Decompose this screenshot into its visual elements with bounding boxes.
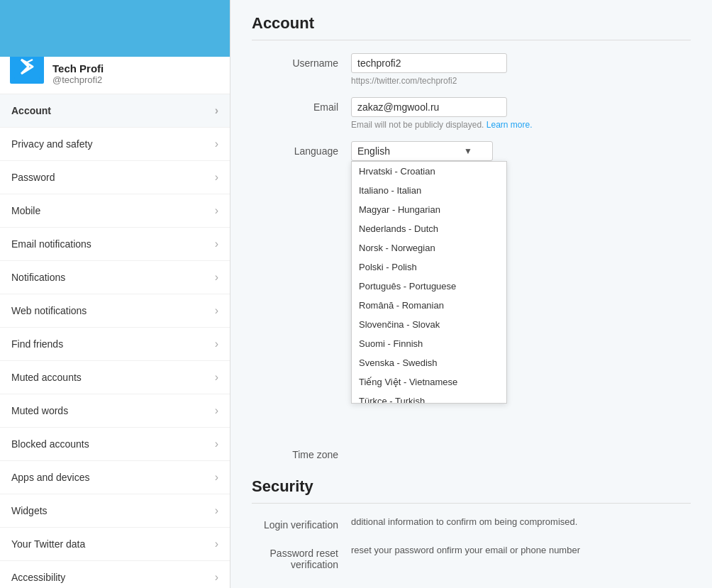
sidebar-item-muted-words[interactable]: Muted words ›: [0, 394, 230, 428]
sidebar-item-privacy[interactable]: Privacy and safety ›: [0, 128, 230, 161]
language-dropdown-list: Hrvatski - Croatian Italiano - Italian M…: [352, 162, 506, 403]
sidebar-item-label: Notifications: [11, 272, 65, 283]
chevron-right-icon: ›: [215, 171, 218, 184]
account-section: Account Username https://twitter.com/tec…: [252, 14, 691, 460]
sidebar-item-muted-accounts[interactable]: Muted accounts ›: [0, 361, 230, 394]
dropdown-item-portuguese[interactable]: Português - Portuguese: [352, 277, 506, 296]
email-input[interactable]: [351, 97, 507, 117]
sidebar-item-label: Account: [11, 105, 51, 116]
chevron-right-icon: ›: [215, 404, 218, 417]
sidebar-item-label: Password: [11, 172, 55, 183]
language-label: Language: [252, 141, 351, 157]
sidebar-item-label: Apps and devices: [11, 472, 90, 483]
select-arrow-icon: ▼: [464, 146, 472, 156]
security-section: Security Login verification dditional in…: [252, 477, 691, 570]
sidebar-item-label: Blocked accounts: [11, 438, 89, 450]
timezone-row: Time zone: [252, 445, 691, 460]
sidebar-item-email-notifications[interactable]: Email notifications ›: [0, 228, 230, 261]
email-hint: Email will not be publicly displayed. Le…: [351, 120, 691, 130]
sidebar-item-account[interactable]: Account ›: [0, 94, 230, 128]
nav-list: Account › Privacy and safety › Password …: [0, 94, 230, 588]
sidebar-item-label: Your Twitter data: [11, 538, 85, 550]
login-verification-row: Login verification dditional information…: [252, 516, 691, 531]
security-title: Security: [252, 477, 691, 504]
dropdown-item-croatian[interactable]: Hrvatski - Croatian: [352, 162, 506, 181]
dropdown-item-swedish[interactable]: Svenska - Swedish: [352, 353, 506, 372]
sidebar-item-password[interactable]: Password ›: [0, 161, 230, 194]
sidebar-item-widgets[interactable]: Widgets ›: [0, 494, 230, 528]
language-select[interactable]: English ▼: [351, 141, 493, 161]
chevron-right-icon: ›: [215, 438, 218, 450]
chevron-right-icon: ›: [215, 104, 218, 117]
chevron-right-icon: ›: [215, 538, 218, 550]
username-input[interactable]: [351, 53, 507, 73]
email-learn-more-link[interactable]: Learn more.: [486, 120, 533, 130]
dropdown-item-vietnamese[interactable]: Tiếng Việt - Vietnamese: [352, 372, 506, 392]
sidebar-item-label: Muted words: [11, 405, 68, 416]
language-row: Language → English ▼ Hrvatski - Croatian: [252, 141, 691, 161]
sidebar-item-label: Privacy and safety: [11, 138, 92, 150]
sidebar-item-find-friends[interactable]: Find friends ›: [0, 328, 230, 361]
chevron-right-icon: ›: [215, 271, 218, 284]
account-title: Account: [252, 14, 691, 40]
dropdown-item-polish[interactable]: Polski - Polish: [352, 257, 506, 277]
language-select-wrapper: English ▼ Hrvatski - Croatian Italiano -…: [351, 141, 493, 161]
dropdown-item-slovak[interactable]: Slovenčina - Slovak: [352, 315, 506, 334]
password-reset-text: reset your password onfirm your email or…: [351, 545, 580, 555]
sidebar-item-label: Muted accounts: [11, 372, 82, 383]
dropdown-item-dutch[interactable]: Nederlands - Dutch: [352, 219, 506, 238]
language-dropdown: Hrvatski - Croatian Italiano - Italian M…: [351, 161, 507, 404]
dropdown-item-norwegian[interactable]: Norsk - Norwegian: [352, 238, 506, 257]
username-content: https://twitter.com/techprofi2: [351, 53, 691, 86]
login-verification-text: dditional information to confirm om bein…: [351, 516, 577, 527]
dropdown-item-romanian[interactable]: Română - Romanian: [352, 296, 506, 315]
profile-banner: [0, 0, 230, 57]
sidebar-item-label: Accessibility: [11, 572, 65, 583]
dropdown-item-hungarian[interactable]: Magyar - Hungarian: [352, 200, 506, 219]
profile-info: Tech Profi @techprofi2: [0, 57, 230, 94]
chevron-right-icon: ›: [215, 504, 218, 517]
sidebar-item-notifications[interactable]: Notifications ›: [0, 261, 230, 294]
sidebar-item-label: Email notifications: [11, 238, 91, 250]
profile-handle: @techprofi2: [52, 74, 104, 85]
username-url-hint: https://twitter.com/techprofi2: [351, 76, 691, 86]
email-label: Email: [252, 97, 351, 113]
chevron-right-icon: ›: [215, 138, 218, 150]
chevron-right-icon: ›: [215, 471, 218, 484]
dropdown-item-finnish[interactable]: Suomi - Finnish: [352, 334, 506, 353]
sidebar-item-mobile[interactable]: Mobile ›: [0, 194, 230, 228]
password-reset-content: reset your password onfirm your email or…: [351, 545, 691, 555]
chevron-right-icon: ›: [215, 571, 218, 584]
profile-text: Tech Profi @techprofi2: [52, 62, 104, 85]
sidebar-item-twitter-data[interactable]: Your Twitter data ›: [0, 528, 230, 561]
username-row: Username https://twitter.com/techprofi2: [252, 53, 691, 86]
sidebar-item-label: Web notifications: [11, 305, 87, 316]
sidebar: Tech Profi @techprofi2 Account › Privacy…: [0, 0, 230, 588]
chevron-right-icon: ›: [215, 338, 218, 350]
sidebar-item-blocked-accounts[interactable]: Blocked accounts ›: [0, 428, 230, 461]
sidebar-item-label: Widgets: [11, 505, 48, 516]
login-verification-content: dditional information to confirm om bein…: [351, 516, 691, 527]
dropdown-item-italian[interactable]: Italiano - Italian: [352, 181, 506, 200]
language-content: → English ▼ Hrvatski - Croatian Italiano…: [351, 141, 691, 161]
password-reset-label: Password reset verification: [252, 545, 351, 570]
email-content: Email will not be publicly displayed. Le…: [351, 97, 691, 130]
profile-name: Tech Profi: [52, 62, 104, 74]
sidebar-item-web-notifications[interactable]: Web notifications ›: [0, 294, 230, 328]
chevron-right-icon: ›: [215, 304, 218, 317]
sidebar-item-label: Mobile: [11, 205, 40, 216]
chevron-right-icon: ›: [215, 371, 218, 384]
timezone-label: Time zone: [252, 445, 351, 460]
chevron-right-icon: ›: [215, 238, 218, 250]
sidebar-item-label: Find friends: [11, 338, 63, 350]
login-verification-label: Login verification: [252, 516, 351, 531]
sidebar-item-accessibility[interactable]: Accessibility ›: [0, 561, 230, 588]
main-content: Account Username https://twitter.com/tec…: [230, 0, 712, 588]
username-label: Username: [252, 53, 351, 69]
chevron-right-icon: ›: [215, 204, 218, 217]
sidebar-item-apps-devices[interactable]: Apps and devices ›: [0, 461, 230, 494]
email-row: Email Email will not be publicly display…: [252, 97, 691, 130]
dropdown-item-turkish[interactable]: Türkçe - Turkish: [352, 392, 506, 403]
password-reset-row: Password reset verification reset your p…: [252, 545, 691, 570]
